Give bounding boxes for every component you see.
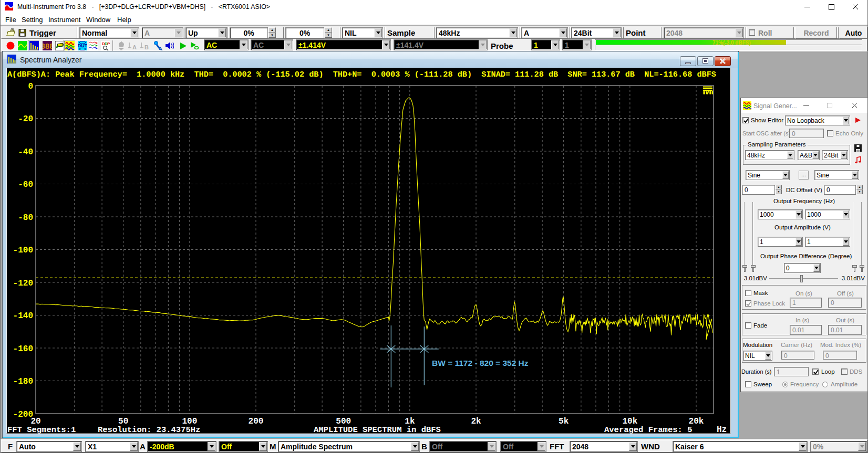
svg-text:AMPLITUDE SPECTRUM in dBFS: AMPLITUDE SPECTRUM in dBFS: [314, 425, 441, 434]
svg-text:-100: -100: [13, 246, 33, 255]
svg-text:-20: -20: [18, 114, 33, 124]
svg-text:FFT Segments:1: FFT Segments:1: [7, 425, 76, 434]
svg-text:A(dBFS)A: Peak Frequency= 1.0: A(dBFS)A: Peak Frequency= 1.0000 kHz THD…: [7, 70, 716, 79]
svg-text:-160: -160: [13, 344, 33, 354]
svg-text:-140: -140: [13, 311, 33, 321]
svg-text:200: 200: [249, 417, 264, 426]
svg-text:A: A: [132, 44, 137, 50]
svg-text:B: B: [144, 44, 149, 50]
svg-text:Hz: Hz: [717, 425, 727, 434]
svg-text:5k: 5k: [559, 417, 569, 426]
svg-text:BW = 1172 - 820 = 352 Hz: BW = 1172 - 820 = 352 Hz: [432, 359, 529, 367]
svg-text:0: 0: [28, 82, 33, 91]
svg-text:Resolution: 23.4375Hz: Resolution: 23.4375Hz: [98, 425, 200, 434]
svg-text:-200: -200: [13, 410, 33, 419]
svg-text:Averaged Frames: 5: Averaged Frames: 5: [604, 425, 692, 434]
svg-text:-60: -60: [18, 180, 33, 189]
svg-text:888: 888: [43, 43, 52, 51]
svg-text:-180: -180: [13, 377, 33, 386]
svg-text:-120: -120: [13, 279, 33, 288]
svg-text:-40: -40: [18, 148, 33, 157]
svg-text:P: P: [107, 41, 110, 46]
svg-text:-80: -80: [18, 213, 33, 223]
svg-text:2k: 2k: [471, 417, 481, 426]
